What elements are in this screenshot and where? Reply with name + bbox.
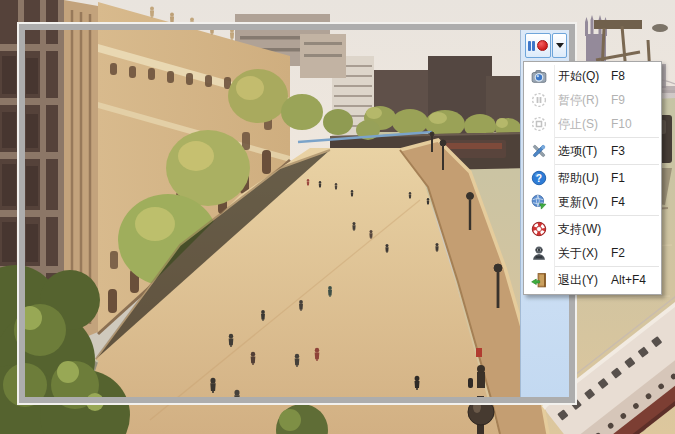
menu-separator <box>555 215 659 216</box>
record-pause-button[interactable] <box>525 33 551 58</box>
menu-separator <box>555 164 659 165</box>
support-lifebuoy-icon <box>524 221 554 237</box>
menu-separator <box>555 266 659 267</box>
menu-item-label: 关于(X) <box>554 245 611 262</box>
menu-item-shortcut: F2 <box>611 246 661 260</box>
menu-item-label: 暂停(R) <box>554 92 611 109</box>
svg-text:?: ? <box>536 173 542 184</box>
menu-item-exit[interactable]: 退出(Y) Alt+F4 <box>524 268 661 292</box>
menu-item-shortcut: F8 <box>611 69 661 83</box>
menu-item-start[interactable]: 开始(Q) F8 <box>524 64 661 88</box>
menu-item-label: 帮助(U) <box>554 170 611 187</box>
start-capture-icon <box>524 68 554 84</box>
capture-region-frame[interactable] <box>17 22 577 405</box>
recorder-context-menu: 开始(Q) F8 暂停(R) F9 停止(S) F10 <box>523 61 662 295</box>
menu-item-label: 停止(S) <box>554 116 611 133</box>
exit-door-icon <box>524 272 554 288</box>
menu-item-options[interactable]: 选项(T) F3 <box>524 139 661 163</box>
menu-item-shortcut: F4 <box>611 195 661 209</box>
menu-item-pause[interactable]: 暂停(R) F9 <box>524 88 661 112</box>
menu-item-help[interactable]: ? 帮助(U) F1 <box>524 166 661 190</box>
menu-dropdown-button[interactable] <box>552 33 567 58</box>
stop-circle-icon <box>524 116 554 132</box>
screen-recorder-app: 开始(Q) F8 暂停(R) F9 停止(S) F10 <box>0 0 675 434</box>
menu-item-label: 开始(Q) <box>554 68 611 85</box>
menu-separator <box>555 137 659 138</box>
record-icon <box>537 40 548 51</box>
menu-item-shortcut: F10 <box>611 117 661 131</box>
options-tools-icon <box>524 143 554 159</box>
about-icon <box>524 245 554 261</box>
capture-region-border <box>19 24 575 403</box>
menu-item-label: 支持(W) <box>554 221 611 238</box>
pause-icon <box>532 41 535 51</box>
menu-item-label: 退出(Y) <box>554 272 611 289</box>
menu-item-shortcut: Alt+F4 <box>611 273 661 287</box>
menu-item-shortcut: F9 <box>611 93 661 107</box>
menu-item-shortcut: F3 <box>611 144 661 158</box>
menu-item-support[interactable]: 支持(W) <box>524 217 661 241</box>
menu-item-label: 更新(V) <box>554 194 611 211</box>
menu-item-update[interactable]: 更新(V) F4 <box>524 190 661 214</box>
dropdown-arrow-icon <box>556 43 564 48</box>
menu-item-stop[interactable]: 停止(S) F10 <box>524 112 661 136</box>
menu-item-shortcut: F1 <box>611 171 661 185</box>
menu-item-about[interactable]: 关于(X) F2 <box>524 241 661 265</box>
pause-circle-icon <box>524 92 554 108</box>
update-globe-icon <box>524 194 554 210</box>
menu-item-label: 选项(T) <box>554 143 611 160</box>
pause-icon <box>528 41 531 51</box>
help-icon: ? <box>524 170 554 186</box>
